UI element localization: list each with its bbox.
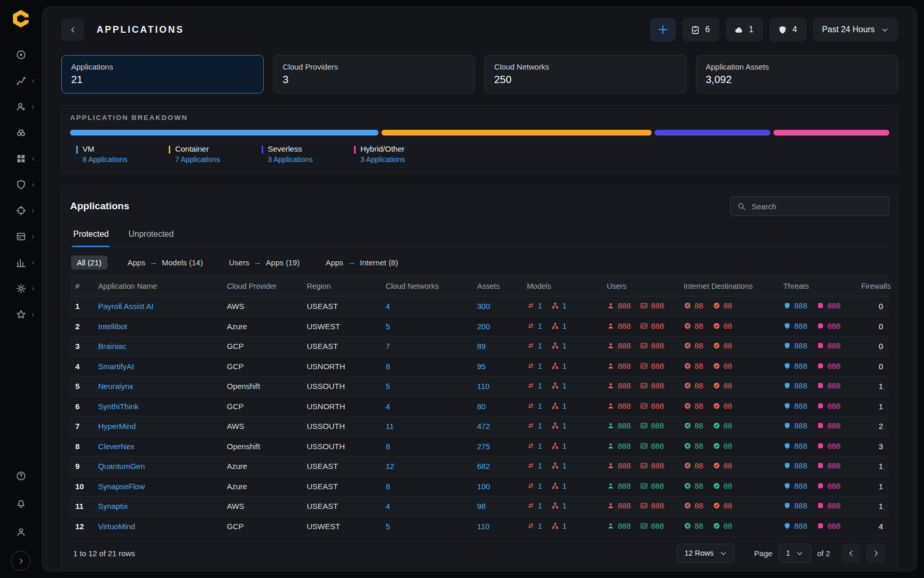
breakdown-segment-vm[interactable]: [70, 130, 378, 136]
application-name-link[interactable]: CleverNex: [98, 442, 134, 451]
table-row-synthithink[interactable]: 6SynthiThinkGCPUSNORTH480118888888888888…: [70, 396, 889, 416]
users-card-count[interactable]: 888: [651, 441, 664, 450]
app-logo[interactable]: [10, 8, 31, 29]
application-name-link[interactable]: Intellibot: [98, 322, 127, 331]
threats-tag-count[interactable]: 888: [827, 481, 840, 490]
models-count-link[interactable]: 1: [562, 501, 566, 510]
internet-blocked-count[interactable]: 88: [695, 401, 703, 410]
users-card-count[interactable]: 888: [651, 481, 664, 490]
internet-allowed-count[interactable]: 88: [724, 441, 732, 450]
internet-blocked-count[interactable]: 88: [695, 501, 703, 510]
filter-apps-to-internet-8[interactable]: Apps→Internet (8): [320, 255, 404, 270]
models-count-link[interactable]: 1: [562, 521, 566, 530]
internet-blocked-count[interactable]: 88: [695, 521, 703, 530]
assets-link[interactable]: 472: [477, 422, 490, 431]
table-row-clevernex[interactable]: 8CleverNexOpenshiftUSSOUTH82751188888888…: [70, 436, 889, 456]
column-header-users[interactable]: Users: [607, 276, 684, 297]
threats-tag-count[interactable]: 888: [827, 461, 840, 470]
models-count-link[interactable]: 1: [538, 321, 542, 330]
users-card-count[interactable]: 888: [651, 321, 664, 330]
next-page-button[interactable]: [866, 544, 885, 562]
models-count-link[interactable]: 1: [562, 481, 566, 490]
threats-shield-count[interactable]: 888: [794, 481, 807, 490]
threats-tag-count[interactable]: 888: [827, 401, 840, 410]
internet-blocked-count[interactable]: 88: [695, 301, 703, 310]
users-card-count[interactable]: 888: [651, 381, 664, 390]
users-count[interactable]: 888: [618, 501, 631, 510]
users-card-count[interactable]: 888: [651, 521, 664, 530]
cloud-networks-link[interactable]: 12: [386, 462, 395, 471]
assets-link[interactable]: 110: [477, 522, 490, 531]
threats-tag-count[interactable]: 888: [827, 441, 840, 450]
models-count-link[interactable]: 1: [562, 361, 566, 370]
users-card-count[interactable]: 888: [651, 301, 664, 310]
page-select[interactable]: 1: [779, 544, 811, 562]
application-name-link[interactable]: Payroll Assist AI: [98, 302, 154, 311]
stat-card-cloud-providers[interactable]: Cloud Providers3: [273, 55, 475, 93]
internet-blocked-count[interactable]: 88: [695, 341, 703, 350]
users-card-count[interactable]: 888: [651, 461, 664, 470]
threats-shield-count[interactable]: 888: [794, 521, 807, 530]
threats-shield-count[interactable]: 888: [794, 361, 807, 370]
sidebar-item-applications[interactable]: ›: [6, 147, 36, 169]
threats-shield-count[interactable]: 888: [794, 381, 807, 390]
sidebar-item-settings[interactable]: ›: [6, 277, 36, 299]
threats-shield-count[interactable]: 888: [794, 461, 807, 470]
models-count-link[interactable]: 1: [538, 461, 542, 470]
cloud-networks-link[interactable]: 7: [386, 342, 390, 351]
application-name-link[interactable]: VirtuoMind: [98, 522, 135, 531]
stat-card-applications[interactable]: Applications21: [61, 55, 264, 93]
tab-unprotected[interactable]: Unprotected: [127, 224, 174, 247]
internet-allowed-count[interactable]: 88: [724, 401, 732, 410]
shield-badge-button[interactable]: 4: [769, 18, 807, 42]
threats-tag-count[interactable]: 888: [827, 321, 840, 330]
search-input[interactable]: [751, 201, 882, 211]
threats-tag-count[interactable]: 888: [827, 521, 840, 530]
threats-tag-count[interactable]: 888: [827, 361, 840, 370]
sidebar-item-assets[interactable]: ›: [6, 199, 36, 221]
application-name-link[interactable]: Synaptix: [98, 502, 128, 510]
search-box[interactable]: [730, 196, 889, 216]
checklist-badge-button[interactable]: 6: [682, 18, 719, 42]
users-card-count[interactable]: 888: [651, 501, 664, 510]
filter-apps-to-models-14[interactable]: Apps→Models (14): [122, 255, 209, 270]
models-count-link[interactable]: 1: [538, 441, 542, 450]
table-row-smartifyai[interactable]: 4SmartifyAIGCPUSNORTH8951188888888888888…: [70, 356, 889, 377]
threats-shield-count[interactable]: 888: [794, 441, 807, 450]
users-count[interactable]: 888: [618, 341, 631, 350]
internet-blocked-count[interactable]: 88: [695, 421, 703, 430]
table-row-synapseflow[interactable]: 10SynapseFlowAzureUSEAST8100118888888888…: [70, 476, 889, 496]
models-count-link[interactable]: 1: [538, 381, 542, 390]
cloud-networks-link[interactable]: 8: [386, 442, 390, 451]
cloud-networks-link[interactable]: 4: [386, 502, 390, 510]
application-name-link[interactable]: Neuralynx: [98, 382, 133, 391]
models-count-link[interactable]: 1: [538, 341, 542, 350]
cloud-networks-link[interactable]: 8: [386, 482, 390, 491]
models-count-link[interactable]: 1: [562, 341, 566, 350]
cloud-badge-button[interactable]: 1: [726, 18, 763, 42]
filter-all-21[interactable]: All (21): [71, 256, 107, 270]
models-count-link[interactable]: 1: [538, 401, 542, 410]
table-row-intellibot[interactable]: 2IntellibotAzureUSWEST520011888888888888…: [70, 316, 889, 337]
internet-blocked-count[interactable]: 88: [695, 441, 703, 450]
breakdown-segment-hybrid-other[interactable]: [773, 130, 889, 136]
column-header-internet-destinations[interactable]: Internet Destinations: [684, 276, 783, 297]
internet-allowed-count[interactable]: 88: [724, 421, 732, 430]
cloud-networks-link[interactable]: 4: [386, 402, 390, 411]
threats-shield-count[interactable]: 888: [794, 341, 807, 350]
users-count[interactable]: 888: [618, 481, 631, 490]
cloud-networks-link[interactable]: 4: [386, 302, 390, 311]
models-count-link[interactable]: 1: [562, 461, 566, 470]
breakdown-segment-severless[interactable]: [655, 130, 770, 136]
users-card-count[interactable]: 888: [651, 401, 664, 410]
cloud-networks-link[interactable]: 11: [386, 422, 394, 431]
assets-link[interactable]: 89: [477, 342, 486, 351]
prev-page-button[interactable]: [841, 544, 860, 562]
assets-link[interactable]: 95: [477, 362, 486, 371]
users-count[interactable]: 888: [618, 301, 631, 310]
threats-shield-count[interactable]: 888: [794, 501, 807, 510]
time-range-dropdown[interactable]: Past 24 Hours: [813, 18, 898, 42]
models-count-link[interactable]: 1: [538, 481, 542, 490]
threats-shield-count[interactable]: 888: [794, 321, 807, 330]
sidebar-item-reports[interactable]: ›: [6, 251, 36, 273]
